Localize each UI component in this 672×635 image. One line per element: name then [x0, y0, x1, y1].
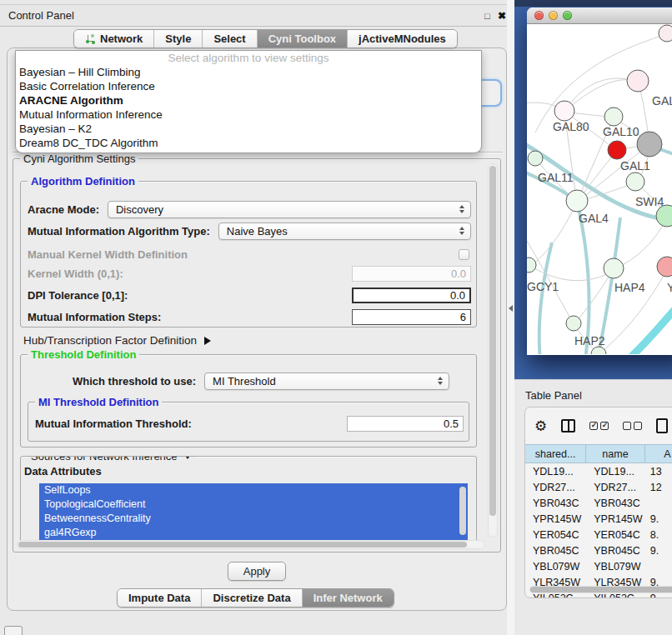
- node-label: HAP2: [574, 334, 605, 348]
- tab-style[interactable]: Style: [154, 30, 203, 48]
- algorithm-option[interactable]: Dream8 DC_TDC Algorithm: [16, 136, 481, 150]
- algorithm-option[interactable]: Bayesian – K2: [16, 122, 481, 136]
- table-row[interactable]: YPR145WYPR145W9.: [525, 511, 672, 527]
- settings-vertical-scrollbar[interactable]: [488, 163, 498, 538]
- table-row[interactable]: YDR27...YDR27...12: [525, 479, 672, 495]
- close-icon[interactable]: ✖: [498, 10, 506, 22]
- network-node[interactable]: [637, 132, 662, 157]
- attribute-item[interactable]: SelfLoops: [39, 483, 468, 498]
- table-cell: YDL19...: [586, 466, 645, 478]
- network-edge[interactable]: [627, 298, 672, 354]
- algorithm-option[interactable]: ARACNE Algorithm: [16, 93, 481, 108]
- network-node[interactable]: [528, 151, 543, 166]
- node-label: GAL1: [620, 159, 650, 172]
- algorithm-placeholder: Select algorithm to view settings: [16, 52, 481, 65]
- bottom-tab-bar: Impute DataDiscretize DataInfer Network: [117, 588, 394, 608]
- network-node[interactable]: [626, 172, 644, 191]
- tab-select[interactable]: Select: [203, 30, 257, 48]
- attribute-item[interactable]: BetweennessCentrality: [39, 512, 468, 526]
- gear-icon[interactable]: ⚙: [534, 419, 547, 433]
- table-row[interactable]: YBR045CYBR045C9.: [525, 542, 672, 558]
- table-row[interactable]: YER054CYER054C8.: [525, 527, 672, 542]
- network-canvas[interactable]: GALGAL80GAL10GAL1GAL11SWI4GAL4GCY1HAP4YH…: [527, 24, 672, 354]
- apply-button[interactable]: Apply: [228, 562, 286, 581]
- manual-kernel-checkbox[interactable]: [459, 249, 469, 260]
- network-node[interactable]: [604, 258, 624, 278]
- table-row[interactable]: YDL19...YDL19...13: [525, 463, 672, 479]
- column-header[interactable]: shared...: [525, 445, 586, 462]
- unchecked-boxes-icon[interactable]: [623, 422, 642, 430]
- table-horizontal-scrollbar[interactable]: [529, 586, 672, 593]
- panel-splitter[interactable]: [507, 0, 514, 635]
- close-traffic-light[interactable]: [534, 11, 544, 20]
- network-node[interactable]: [608, 141, 626, 159]
- scrollbar-thumb[interactable]: [18, 542, 467, 548]
- control-panel-titlebar: Control Panel □ ✖: [0, 4, 514, 27]
- mi-type-combo[interactable]: Naive Bayes: [218, 222, 471, 240]
- network-edge[interactable]: [564, 80, 638, 112]
- hub-definition-expander[interactable]: Hub/Transcription Factor Definition: [23, 334, 211, 347]
- network-node[interactable]: [566, 316, 581, 331]
- table-row[interactable]: YBL079WYBL079W: [525, 558, 672, 574]
- float-window-icon[interactable]: □: [484, 11, 490, 21]
- table-cell: YPR145W: [525, 513, 586, 525]
- network-node[interactable]: [591, 347, 606, 354]
- scrollbar-thumb[interactable]: [489, 166, 496, 516]
- network-edge[interactable]: [539, 242, 552, 354]
- dpi-tolerance-input[interactable]: [352, 288, 471, 303]
- aracne-mode-combo[interactable]: Discovery: [108, 201, 471, 218]
- list-scrollbar-thumb[interactable]: [459, 487, 466, 535]
- table-cell: 9.: [645, 545, 672, 557]
- table-panel-title: Table Panel: [514, 380, 672, 402]
- data-attributes-list[interactable]: SelfLoopsTopologicalCoefficientBetweenne…: [39, 483, 468, 546]
- table-cell: YPR145W: [586, 513, 645, 525]
- network-window-titlebar[interactable]: [527, 8, 672, 24]
- network-node[interactable]: [566, 190, 588, 212]
- network-node[interactable]: [527, 258, 536, 272]
- document-icon[interactable]: [656, 418, 668, 433]
- scrollbar-thumb[interactable]: [530, 587, 672, 592]
- algorithm-option[interactable]: Basic Correlation Inference: [16, 79, 481, 93]
- zoom-traffic-light[interactable]: [563, 11, 572, 20]
- collapsed-panel-icon[interactable]: [4, 626, 23, 635]
- network-view-window[interactable]: GALGAL80GAL10GAL1GAL11SWI4GAL4GCY1HAP4YH…: [527, 8, 672, 355]
- collapsed-arrow-icon: [204, 337, 211, 345]
- kernel-width-input[interactable]: [352, 266, 471, 282]
- dpi-tolerance-label: DPI Tolerance [0,1]:: [28, 289, 128, 302]
- network-node[interactable]: [657, 257, 672, 277]
- algorithm-list: Bayesian – Hill ClimbingBasic Correlatio…: [16, 65, 481, 150]
- network-edge[interactable]: [530, 202, 577, 266]
- splitter-collapse-arrow[interactable]: [509, 305, 513, 312]
- combo-stepper-icon: [459, 227, 464, 235]
- table-row[interactable]: YBR043CYBR043C: [525, 495, 672, 511]
- tab-network[interactable]: Network: [74, 30, 154, 48]
- sources-title[interactable]: Sources for Network Inference: [28, 456, 195, 462]
- network-node[interactable]: [604, 108, 623, 126]
- mi-steps-input[interactable]: [352, 309, 471, 325]
- settings-horizontal-scrollbar[interactable]: [17, 540, 485, 549]
- algorithm-option[interactable]: Mutual Information Inference: [16, 108, 481, 122]
- tab-cyni-toolbox[interactable]: Cyni Toolbox: [258, 30, 348, 48]
- attribute-item[interactable]: gal4RGexp: [39, 526, 468, 540]
- which-threshold-combo[interactable]: MI Threshold: [204, 372, 449, 390]
- column-header[interactable]: A: [645, 445, 672, 462]
- algorithm-option[interactable]: Bayesian – Hill Climbing: [16, 65, 481, 79]
- split-columns-icon[interactable]: [561, 419, 575, 432]
- column-header[interactable]: name: [586, 445, 645, 462]
- mi-threshold-input[interactable]: [347, 416, 464, 432]
- checked-boxes-icon[interactable]: [589, 422, 609, 430]
- tab-discretize-data[interactable]: Discretize Data: [202, 589, 302, 607]
- tab-impute-data[interactable]: Impute Data: [118, 589, 202, 607]
- algorithm-definition-title: Algorithm Definition: [28, 175, 138, 188]
- network-node[interactable]: [627, 70, 649, 92]
- table-header-row: shared...nameA: [525, 444, 672, 463]
- tab-infer-network[interactable]: Infer Network: [303, 589, 394, 607]
- minimize-traffic-light[interactable]: [549, 11, 558, 20]
- node-label: Y: [667, 281, 672, 294]
- network-graph[interactable]: GALGAL80GAL10GAL1GAL11SWI4GAL4GCY1HAP4YH…: [527, 24, 672, 354]
- network-node[interactable]: [659, 25, 672, 42]
- attribute-item[interactable]: TopologicalCoefficient: [39, 498, 468, 512]
- network-node[interactable]: [554, 101, 574, 121]
- tab-jactivemnodules[interactable]: jActiveMNodules: [348, 30, 457, 48]
- table-cell: YBR043C: [586, 498, 645, 509]
